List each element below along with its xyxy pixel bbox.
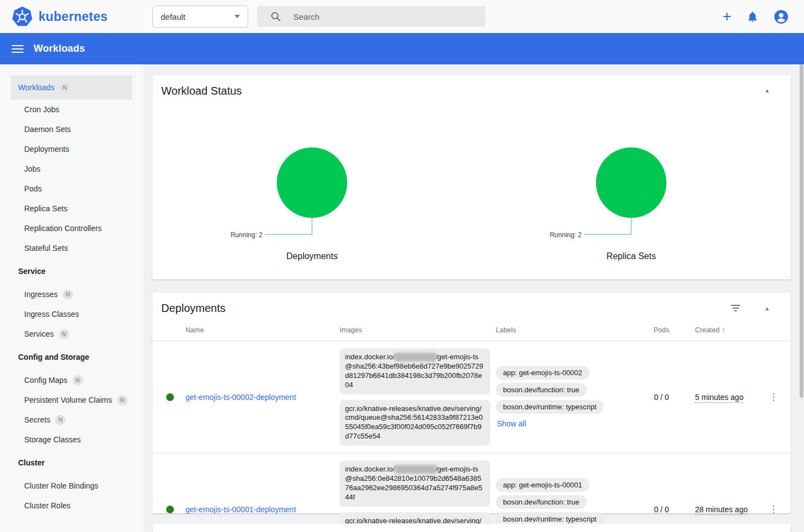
bell-icon [746,10,759,23]
table-row: get-emojis-ts-00001-deployment index.doc… [152,453,791,532]
create-resource-button[interactable]: + [723,9,731,24]
column-header-name[interactable]: Name [185,326,340,334]
deployments-title: Deployments [161,302,226,315]
user-avatar-icon [774,9,789,24]
next-card-edge [152,524,791,532]
notifications-button[interactable] [746,10,759,23]
workload-status-charts: Running: 2 Deployments Running: 2 Replic… [152,106,791,279]
image-chip: gcr.io/knative-releases/knative.dev/serv… [340,400,490,446]
brand-name: kubernetes [39,9,108,24]
sidebar-item-ingresses[interactable]: Ingresses N [0,284,143,304]
column-header-created[interactable]: Created ↑ [686,326,769,334]
sidebar-item-stateful-sets[interactable]: Stateful Sets [0,238,143,258]
deployments-card: Deployments ▲ Name Images Labels Pods Cr… [152,293,791,513]
collapse-icon: ▲ [764,87,770,94]
label-chip: app: get-emojis-ts-00002 [496,366,589,380]
pie-callout-label: Running: 2 [191,231,262,239]
column-header-images[interactable]: Images [340,326,496,334]
sidebar-item-cluster-role-bindings[interactable]: Cluster Role Bindings [0,476,143,496]
column-header-labels[interactable]: Labels [496,326,637,334]
sidebar-section-config-and-storage: Config and Storage [0,344,143,370]
sidebar-item-storage-classes[interactable]: Storage Classes [0,430,143,449]
sidebar-item-cron-jobs[interactable]: Cron Jobs [0,100,143,119]
sidebar-item-deployments[interactable]: Deployments [0,139,143,159]
sidebar-item-pods[interactable]: Pods [0,179,143,199]
deployment-name-link[interactable]: get-emojis-ts-00001-deployment [185,505,296,514]
sidebar-section-cluster: Cluster [0,449,143,476]
search-icon [270,11,281,22]
created-timestamp: 5 minutes ago [695,393,743,403]
pie-callout-label: Running: 2 [510,231,582,239]
created-timestamp: 28 minutes ago [695,505,748,515]
new-badge: N [63,289,73,300]
pie-running-slice [596,147,666,218]
sort-ascending-icon: ↑ [721,326,725,334]
sidebar-nav: Workloads N Cron Jobs Daemon Sets Deploy… [0,64,143,532]
top-actions: + [723,0,789,33]
sidebar-item-ingress-classes[interactable]: Ingress Classes [0,304,143,324]
user-avatar-button[interactable] [774,9,789,24]
collapse-icon: ▲ [764,305,770,311]
redacted-text: █████████ [395,465,435,473]
label-chip: app: get-emojis-ts-00001 [496,478,589,492]
search-bar[interactable] [257,6,485,27]
new-badge: N [117,395,128,405]
sidebar-item-persistent-volume-claims[interactable]: Persistent Volume Claims N [0,390,143,410]
collapse-card-button[interactable]: ▲ [764,305,770,311]
deployment-name-link[interactable]: get-emojis-ts-00002-deployment [185,393,296,402]
row-actions-menu-button[interactable]: ⋮ [769,503,778,515]
label-chip: boson.dev/function: true [496,495,587,509]
image-chip: index.docker.io/█████████/get-emojis-ts@… [340,460,490,507]
sidebar-item-jobs[interactable]: Jobs [0,159,143,179]
sidebar-section-service: Service [0,258,143,284]
workload-status-card: Workload Status ▲ Running: 2 Deployments… [152,75,791,279]
search-input[interactable] [293,12,469,21]
running-status-icon [166,506,174,513]
new-badge: N [59,329,69,339]
page-title: Workloads [34,43,85,54]
collapse-card-button[interactable]: ▲ [764,87,770,94]
sidebar-item-services[interactable]: Services N [0,324,143,344]
filter-icon[interactable] [731,305,740,311]
chart-title: Replica Sets [472,251,791,261]
sidebar-item-cluster-roles[interactable]: Cluster Roles [0,496,143,515]
top-header: kubernetes default + [0,0,804,33]
table-header-row: Name Images Labels Pods Created ↑ [152,319,791,341]
namespace-select[interactable]: default [152,6,248,28]
hamburger-icon [12,45,24,46]
deployments-pie-chart: Running: 2 Deployments [152,106,472,279]
scrollbar[interactable] [799,64,804,532]
sidebar-item-workloads[interactable]: Workloads N [11,75,132,100]
kubernetes-logo-icon [12,7,32,27]
sidebar-item-config-maps[interactable]: Config Maps N [0,370,143,390]
label-chip: boson.dev/runtime: typescript [496,400,604,414]
replica-sets-pie-chart: Running: 2 Replica Sets [472,106,791,279]
sidebar-item-replica-sets[interactable]: Replica Sets [0,199,143,218]
workload-status-title: Workload Status [161,85,242,97]
new-badge: N [73,375,83,386]
app-bar: Workloads [0,33,804,64]
menu-button[interactable] [12,45,24,53]
pods-count: 0 / 0 [637,393,686,402]
column-header-pods[interactable]: Pods [637,326,686,334]
scrollbar-thumb[interactable] [800,64,803,398]
row-actions-menu-button[interactable]: ⋮ [769,391,778,403]
table-row: get-emojis-ts-00002-deployment index.doc… [152,341,791,453]
namespace-value: default [161,12,185,21]
sidebar-item-secrets[interactable]: Secrets N [0,410,143,430]
kebab-icon: ⋮ [769,503,778,515]
chevron-down-icon [234,15,240,18]
kebab-icon: ⋮ [769,391,778,403]
redacted-text: █████████ [395,353,435,361]
sidebar-item-replication-controllers[interactable]: Replication Controllers [0,218,143,238]
new-badge: N [55,415,65,425]
pods-count: 0 / 0 [637,505,686,514]
show-all-link[interactable]: Show all [497,419,526,428]
running-status-icon [166,393,174,401]
kubernetes-brand[interactable]: kubernetes [12,7,108,27]
pie-running-slice [277,147,347,218]
plus-icon: + [723,9,731,24]
chart-title: Deployments [152,251,472,261]
sidebar-item-daemon-sets[interactable]: Daemon Sets [0,119,143,139]
new-badge: N [59,83,70,93]
